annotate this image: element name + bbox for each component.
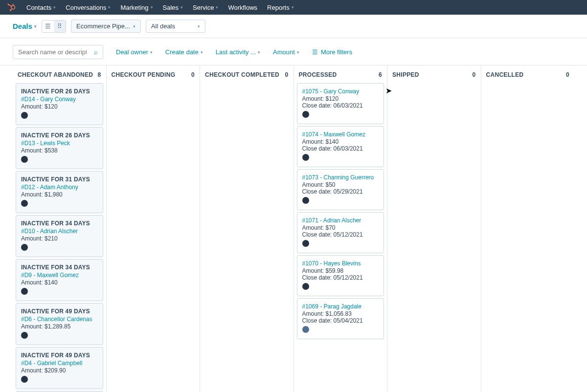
nav-sales[interactable]: Sales▾ (163, 4, 183, 11)
deal-card[interactable]: INACTIVE FOR 34 DAYS#D10 - Adrian Alsche… (16, 215, 103, 257)
svg-point-0 (11, 5, 15, 9)
deal-amount: Amount: $50 (302, 181, 379, 188)
owner-avatar (21, 376, 28, 383)
chevron-down-icon: ▾ (151, 5, 153, 10)
filter-create-date[interactable]: Create date▾ (165, 48, 203, 56)
deal-card[interactable]: #1069 - Parag JagdaleAmount: $1,056.83Cl… (297, 298, 384, 339)
scope-select[interactable]: All deals▾ (146, 20, 205, 33)
column-title: CHECKOUT PENDING (112, 71, 176, 78)
deal-amount: Amount: $1,289.85 (21, 323, 98, 330)
deal-card[interactable]: INACTIVE FOR 31 DAYS#D12 - Adam AnthonyA… (16, 171, 103, 213)
search-box[interactable]: ⌕ (13, 45, 103, 59)
deal-name-link[interactable]: #D9 - Maxwell Gomez (21, 272, 98, 279)
board-view-button[interactable]: ⠿ (54, 21, 66, 32)
chevron-down-icon: ▾ (216, 5, 218, 10)
deal-close-date: Close date: 05/04/2021 (302, 317, 379, 324)
column-title: SHIPPED (392, 71, 419, 78)
column-count: 6 (379, 71, 382, 78)
deal-amount: Amount: $1,980 (21, 191, 98, 198)
filter-amount[interactable]: Amount▾ (273, 48, 299, 56)
deal-card[interactable]: INACTIVE FOR 49 DAYS#D6 - Chancellor Car… (16, 303, 103, 345)
deal-name-link[interactable]: #D6 - Chancellor Cardenas (21, 316, 98, 323)
pipeline-column: PROCESSED6#1075 - Gary ConwayAmount: $12… (294, 65, 388, 392)
owner-avatar (302, 154, 309, 161)
deal-card[interactable]: #1071 - Adrian AlscherAmount: $70Close d… (297, 212, 384, 253)
deal-amount: Amount: $140 (302, 138, 379, 145)
deal-card[interactable]: INACTIVE FOR 34 DAYS#D9 - Maxwell GomezA… (16, 259, 103, 301)
deal-card[interactable]: INACTIVE FOR 26 DAYS#D13 - Lewis PeckAmo… (16, 127, 103, 169)
deal-name-link[interactable]: #1069 - Parag Jagdale (302, 303, 379, 310)
deal-amount: Amount: $120 (21, 103, 98, 110)
chevron-down-icon: ▾ (34, 24, 37, 29)
column-header: SHIPPED0 (390, 65, 478, 83)
deal-amount: Amount: $59.98 (302, 267, 379, 274)
nav-workflows[interactable]: Workflows (228, 4, 257, 11)
deal-card[interactable]: #1075 - Gary ConwayAmount: $120Close dat… (297, 83, 384, 124)
deal-name-link[interactable]: #D4 - Gabriel Campbell (21, 360, 98, 367)
pipeline-column: CANCELLED0 (481, 65, 575, 392)
chevron-down-icon: ▾ (53, 5, 56, 10)
deal-close-date: Close date: 06/03/2021 (302, 102, 379, 109)
deal-name-link[interactable]: #1071 - Adrian Alscher (302, 217, 379, 224)
hubspot-logo[interactable] (6, 2, 17, 13)
deal-name-link[interactable]: #D14 - Gary Conway (21, 96, 98, 103)
nav-service[interactable]: Service▾ (193, 4, 218, 11)
column-count: 0 (566, 71, 569, 78)
sub-toolbar: Deals▾ ☰ ⠿ Ecommerce Pipe...▾ All deals▾ (0, 15, 587, 38)
deal-name-link[interactable]: #1075 - Gary Conway (302, 88, 379, 95)
deal-card[interactable]: INACTIVE FOR 26 DAYS#D14 - Gary ConwayAm… (16, 83, 103, 125)
deal-name-link[interactable]: #D13 - Lewis Peck (21, 140, 98, 147)
more-filters-button[interactable]: ☰More filters (312, 48, 352, 56)
pipeline-column: CHECKOUT COMPLETED0 (200, 65, 294, 392)
nav-reports[interactable]: Reports▾ (267, 4, 294, 11)
column-count: 0 (191, 71, 195, 78)
chevron-down-icon: ▾ (201, 50, 203, 55)
owner-avatar (21, 156, 28, 163)
pipeline-select[interactable]: Ecommerce Pipe...▾ (71, 20, 141, 33)
deal-name-link[interactable]: #D10 - Adrian Alscher (21, 228, 98, 235)
search-icon: ⌕ (94, 48, 98, 56)
owner-avatar (302, 111, 309, 118)
pipeline-column: CHECKOUT PENDING0 (107, 65, 201, 392)
filter-deal-owner[interactable]: Deal owner▾ (116, 48, 153, 56)
search-input[interactable] (18, 48, 87, 56)
deal-close-date: Close date: 05/12/2021 (302, 274, 379, 281)
chevron-down-icon: ▾ (133, 24, 135, 29)
owner-avatar (21, 332, 28, 339)
chevron-down-icon: ▾ (198, 24, 200, 29)
deal-name-link[interactable]: #1073 - Channing Guerrero (302, 174, 379, 181)
deal-card[interactable]: INACTIVE FOR 49 DAYS#D4 - Gabriel Campbe… (16, 347, 103, 389)
column-count: 0 (473, 71, 476, 78)
deal-card[interactable]: #1070 - Hayes BlevinsAmount: $59.98Close… (297, 255, 384, 296)
filter-last-activity[interactable]: Last activity ...▾ (216, 48, 260, 56)
inactive-badge: INACTIVE FOR 31 DAYS (21, 176, 98, 183)
nav-contacts[interactable]: Contacts▾ (26, 4, 56, 11)
column-title: CHECKOUT COMPLETED (205, 71, 279, 78)
deals-dropdown[interactable]: Deals▾ (13, 22, 37, 30)
column-count: 8 (98, 71, 101, 78)
owner-avatar (21, 112, 28, 119)
deal-card[interactable]: #1074 - Maxwell GomezAmount: $140Close d… (297, 126, 384, 167)
nav-conversations[interactable]: Conversations▾ (66, 4, 111, 11)
chevron-down-icon: ▾ (297, 50, 299, 55)
top-nav: Contacts▾ Conversations▾ Marketing▾ Sale… (0, 0, 587, 15)
nav-marketing[interactable]: Marketing▾ (120, 4, 153, 11)
list-view-button[interactable]: ☰ (42, 21, 54, 32)
pipeline-column: CHECKOUT ABANDONED8INACTIVE FOR 26 DAYS#… (13, 65, 107, 392)
owner-avatar (302, 197, 309, 204)
deal-card[interactable]: #1073 - Channing GuerreroAmount: $50Clos… (297, 169, 384, 210)
inactive-badge: INACTIVE FOR 26 DAYS (21, 88, 98, 95)
deal-name-link[interactable]: #1070 - Hayes Blevins (302, 260, 379, 267)
chevron-down-icon: ▾ (108, 5, 111, 10)
inactive-badge: INACTIVE FOR 34 DAYS (21, 264, 98, 271)
deal-amount: Amount: $538 (21, 147, 98, 154)
deal-close-date: Close date: 06/03/2021 (302, 145, 379, 152)
inactive-badge: INACTIVE FOR 49 DAYS (21, 352, 98, 359)
deal-amount: Amount: $140 (21, 279, 98, 286)
deal-name-link[interactable]: #1074 - Maxwell Gomez (302, 131, 379, 138)
inactive-badge: INACTIVE FOR 26 DAYS (21, 132, 98, 139)
chevron-down-icon: ▾ (181, 5, 183, 10)
kanban-board: CHECKOUT ABANDONED8INACTIVE FOR 26 DAYS#… (0, 65, 587, 392)
deal-name-link[interactable]: #D12 - Adam Anthony (21, 184, 98, 191)
column-title: PROCESSED (299, 71, 337, 78)
